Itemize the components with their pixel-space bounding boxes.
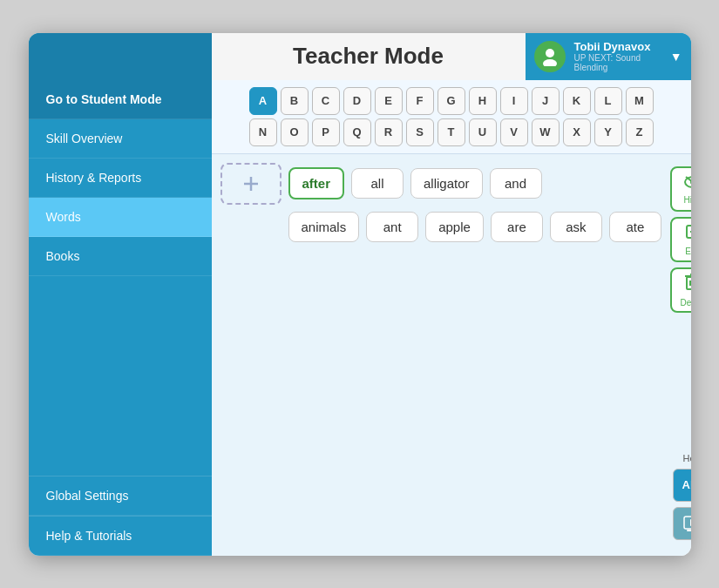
words-area: after all alligator and animals ant appl… — [212, 154, 691, 556]
add-word-placeholder[interactable] — [220, 163, 281, 205]
letter-btn-C[interactable]: C — [312, 87, 340, 115]
svg-point-1 — [543, 59, 557, 66]
word-chip-animals[interactable]: animals — [288, 212, 360, 242]
word-chip-apple[interactable]: apple — [425, 212, 484, 242]
word-chip-ate[interactable]: ate — [609, 212, 661, 242]
letter-btn-Y[interactable]: Y — [594, 118, 622, 146]
svg-point-0 — [546, 49, 554, 57]
letter-btn-I[interactable]: I — [500, 87, 528, 115]
sidebar-spacer — [29, 276, 212, 476]
letter-btn-W[interactable]: W — [532, 118, 560, 146]
letter-btn-O[interactable]: O — [281, 118, 309, 146]
letter-btn-X[interactable]: X — [563, 118, 591, 146]
word-chip-ant[interactable]: ant — [366, 212, 418, 242]
letter-btn-E[interactable]: E — [375, 87, 403, 115]
word-chip-ask[interactable]: ask — [550, 212, 602, 242]
abc-button[interactable]: Abc — [673, 469, 691, 502]
action-panel: Hide Edit — [670, 163, 691, 547]
hide-button[interactable]: Hide — [670, 166, 691, 212]
letter-btn-B[interactable]: B — [281, 87, 309, 115]
svg-rect-7 — [687, 226, 691, 238]
letter-rows: A B C D E F G H I J K L M N O P — [212, 80, 691, 154]
utility-panel: Help Abc — [673, 453, 691, 544]
letter-btn-T[interactable]: T — [438, 118, 465, 146]
letter-btn-K[interactable]: K — [563, 87, 591, 115]
sidebar-item-help-tutorials[interactable]: Help & Tutorials — [29, 516, 212, 556]
header: Teacher Mode Tobii Dynavox UP NEXT: Soun… — [29, 33, 691, 80]
word-chip-after[interactable]: after — [288, 167, 345, 199]
letter-btn-F[interactable]: F — [406, 87, 434, 115]
letter-btn-U[interactable]: U — [469, 118, 497, 146]
letter-btn-D[interactable]: D — [343, 87, 371, 115]
header-user[interactable]: Tobii Dynavox UP NEXT: Sound Blending ▼ — [526, 33, 691, 80]
words-grid: after all alligator and animals ant appl… — [220, 163, 661, 547]
sidebar-item-skill-overview[interactable]: Skill Overview — [29, 119, 212, 159]
letter-btn-P[interactable]: P — [312, 118, 340, 146]
delete-button[interactable]: Delete — [670, 267, 691, 313]
app-window: Teacher Mode Tobii Dynavox UP NEXT: Soun… — [29, 33, 691, 556]
user-next: UP NEXT: Sound Blending — [574, 53, 661, 72]
user-info: Tobii Dynavox UP NEXT: Sound Blending — [574, 40, 661, 72]
sidebar-item-go-to-student[interactable]: Go to Student Mode — [29, 80, 212, 119]
letter-btn-R[interactable]: R — [375, 118, 403, 146]
delete-label: Delete — [680, 298, 690, 308]
up-next-label: UP NEXT: — [574, 53, 614, 63]
hide-label: Hide — [684, 195, 691, 205]
sidebar-item-words[interactable]: Words — [29, 198, 212, 237]
main: Go to Student Mode Skill Overview Histor… — [29, 80, 691, 556]
letter-btn-Z[interactable]: Z — [626, 118, 654, 146]
word-chip-all[interactable]: all — [351, 168, 404, 199]
help-label: Help — [683, 453, 691, 463]
svg-rect-18 — [687, 530, 691, 531]
letter-btn-Q[interactable]: Q — [343, 118, 371, 146]
hide-icon — [683, 173, 691, 193]
avatar — [534, 41, 566, 72]
delete-icon — [685, 273, 691, 296]
word-chip-are[interactable]: are — [491, 212, 543, 242]
user-name: Tobii Dynavox — [574, 40, 661, 53]
sidebar: Go to Student Mode Skill Overview Histor… — [29, 80, 212, 556]
letter-btn-M[interactable]: M — [626, 87, 654, 115]
letter-btn-S[interactable]: S — [406, 118, 434, 146]
letter-btn-J[interactable]: J — [532, 87, 560, 115]
letter-btn-G[interactable]: G — [438, 87, 465, 115]
word-chip-and[interactable]: and — [490, 168, 542, 199]
letter-row-2: N O P Q R S T U V W X Y Z — [220, 118, 682, 146]
letter-row-1: A B C D E F G H I J K L M — [220, 87, 682, 115]
edit-label: Edit — [685, 247, 690, 256]
edit-button[interactable]: Edit — [670, 217, 691, 262]
header-title-area: Teacher Mode — [212, 33, 526, 80]
letter-btn-L[interactable]: L — [594, 87, 622, 115]
media-button[interactable] — [673, 507, 691, 540]
letter-btn-N[interactable]: N — [249, 118, 277, 146]
sidebar-header-logo — [29, 33, 212, 80]
sidebar-item-history-reports[interactable]: History & Reports — [29, 159, 212, 198]
page-title: Teacher Mode — [293, 43, 444, 70]
letter-btn-A[interactable]: A — [249, 87, 277, 115]
content-area: A B C D E F G H I J K L M N O P — [212, 80, 691, 556]
svg-rect-16 — [684, 517, 691, 529]
words-row-2: animals ant apple are ask ate — [220, 212, 661, 242]
svg-marker-17 — [690, 519, 691, 526]
letter-btn-H[interactable]: H — [469, 87, 497, 115]
dropdown-arrow-icon[interactable]: ▼ — [670, 50, 682, 64]
words-row-1: after all alligator and — [220, 163, 661, 205]
sidebar-item-books[interactable]: Books — [29, 237, 212, 276]
sidebar-item-global-settings[interactable]: Global Settings — [29, 476, 212, 516]
letter-btn-V[interactable]: V — [500, 118, 528, 146]
word-chip-alligator[interactable]: alligator — [410, 168, 483, 199]
edit-icon — [684, 223, 691, 245]
